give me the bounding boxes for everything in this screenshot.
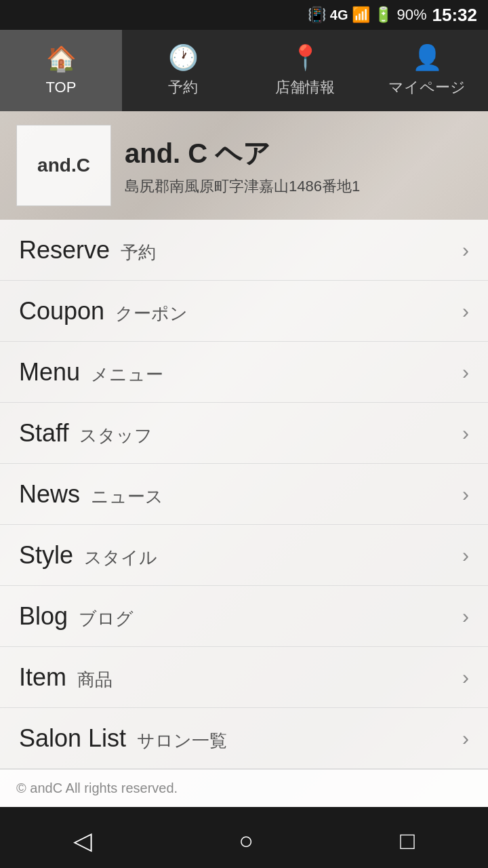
menu-item-salon-list[interactable]: Salon List サロン一覧 › xyxy=(0,708,488,769)
nav-tabs: 🏠 TOP 🕐 予約 📍 店舗情報 👤 マイページ xyxy=(0,30,488,111)
chevron-right-icon: › xyxy=(462,300,469,323)
square-recent-icon: □ xyxy=(400,827,415,855)
main-content: and.C and. C ヘア 島尻郡南風原町字津嘉山1486番地1 Reser… xyxy=(0,111,488,807)
salon-logo: and.C xyxy=(16,125,111,206)
chevron-right-icon: › xyxy=(462,666,469,689)
menu-item-blog-en: Blog xyxy=(19,602,68,631)
chevron-right-icon: › xyxy=(462,605,469,628)
status-time: 15:32 xyxy=(432,5,478,26)
menu-item-salon-list-en: Salon List xyxy=(19,724,126,753)
menu-item-menu-en: Menu xyxy=(19,358,80,387)
menu-list: Reserve 予約 › Coupon クーポン › Menu メニュー › S… xyxy=(0,220,488,807)
salon-address: 島尻郡南風原町字津嘉山1486番地1 xyxy=(125,176,472,197)
status-icons: 📳 4G 📶 🔋 90% xyxy=(308,6,427,24)
clock-icon: 🕐 xyxy=(168,43,199,72)
bottom-recent-button[interactable]: □ xyxy=(389,816,426,866)
menu-item-staff-en: Staff xyxy=(19,419,68,448)
salon-header: and.C and. C ヘア 島尻郡南風原町字津嘉山1486番地1 xyxy=(0,111,488,220)
salon-info: and. C ヘア 島尻郡南風原町字津嘉山1486番地1 xyxy=(125,135,472,197)
vibrate-icon: 📳 xyxy=(308,6,326,24)
menu-item-menu-ja: メニュー xyxy=(91,363,163,387)
menu-item-coupon-ja: クーポン xyxy=(115,302,188,326)
menu-item-reserve[interactable]: Reserve 予約 › xyxy=(0,220,488,281)
chevron-right-icon: › xyxy=(462,361,469,384)
back-icon: ◁ xyxy=(73,827,92,855)
menu-item-style-ja: スタイル xyxy=(84,546,157,570)
menu-item-item-en: Item xyxy=(19,663,66,692)
home-icon: 🏠 xyxy=(46,45,77,73)
salon-logo-text: and.C xyxy=(37,155,90,176)
menu-item-style[interactable]: Style スタイル › xyxy=(0,525,488,586)
bottom-nav: ◁ ○ □ xyxy=(0,807,488,868)
nav-tab-reserve[interactable]: 🕐 予約 xyxy=(122,30,244,111)
status-bar: 📳 4G 📶 🔋 90% 15:32 xyxy=(0,0,488,30)
bottom-back-button[interactable]: ◁ xyxy=(62,816,103,866)
battery-percent: 90% xyxy=(396,6,426,24)
user-icon: 👤 xyxy=(412,43,443,72)
menu-item-style-en: Style xyxy=(19,541,73,570)
menu-item-staff[interactable]: Staff スタッフ › xyxy=(0,403,488,464)
menu-item-item[interactable]: Item 商品 › xyxy=(0,647,488,708)
battery-icon: 🔋 xyxy=(374,6,392,24)
chevron-right-icon: › xyxy=(462,239,469,262)
menu-item-coupon-en: Coupon xyxy=(19,297,104,326)
nav-tab-reserve-label: 予約 xyxy=(168,77,198,98)
signal-4g-icon: 4G xyxy=(330,7,348,23)
signal-bars-icon: 📶 xyxy=(352,6,370,24)
menu-item-reserve-ja: 予約 xyxy=(121,241,156,264)
bottom-home-button[interactable]: ○ xyxy=(228,816,264,866)
menu-item-coupon[interactable]: Coupon クーポン › xyxy=(0,281,488,342)
footer-copyright: © andC All rights reserved. xyxy=(16,781,178,795)
footer: © andC All rights reserved. xyxy=(0,769,488,807)
menu-item-item-ja: 商品 xyxy=(77,668,113,692)
chevron-right-icon: › xyxy=(462,422,469,445)
menu-item-blog-ja: ブログ xyxy=(79,607,134,631)
chevron-right-icon: › xyxy=(462,727,469,750)
location-icon: 📍 xyxy=(290,43,321,72)
circle-home-icon: ○ xyxy=(239,827,253,855)
nav-tab-top-label: TOP xyxy=(46,79,77,96)
menu-item-salon-list-ja: サロン一覧 xyxy=(137,729,227,753)
salon-name: and. C ヘア xyxy=(125,135,472,172)
nav-tab-mypage-label: マイページ xyxy=(388,77,466,98)
menu-item-staff-ja: スタッフ xyxy=(79,424,152,448)
menu-item-news[interactable]: News ニュース › xyxy=(0,464,488,525)
menu-item-reserve-en: Reserve xyxy=(19,236,110,264)
chevron-right-icon: › xyxy=(462,544,469,567)
nav-tab-mypage[interactable]: 👤 マイページ xyxy=(366,30,488,111)
menu-item-news-ja: ニュース xyxy=(91,485,163,509)
nav-tab-store-label: 店舗情報 xyxy=(275,77,335,98)
nav-tab-top[interactable]: 🏠 TOP xyxy=(0,30,122,111)
menu-item-blog[interactable]: Blog ブログ › xyxy=(0,586,488,647)
nav-tab-store[interactable]: 📍 店舗情報 xyxy=(244,30,366,111)
menu-item-menu[interactable]: Menu メニュー › xyxy=(0,342,488,403)
chevron-right-icon: › xyxy=(462,483,469,506)
menu-item-news-en: News xyxy=(19,480,80,509)
